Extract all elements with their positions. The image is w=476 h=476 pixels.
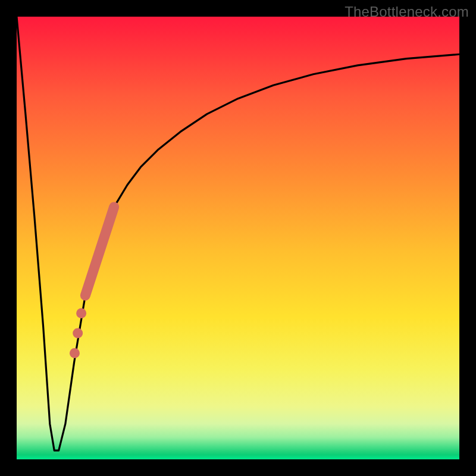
chart-svg [17,17,459,459]
bottleneck-curve [17,17,459,450]
watermark-text: TheBottleneck.com [345,4,469,20]
plot-area [17,17,459,459]
highlight-dot [70,348,80,358]
highlight-layer [70,207,114,358]
highlight-segment [85,207,114,296]
highlight-dot [76,308,86,318]
curve-path [17,17,459,450]
highlight-dot [73,328,83,338]
chart-frame: TheBottleneck.com [0,0,476,476]
